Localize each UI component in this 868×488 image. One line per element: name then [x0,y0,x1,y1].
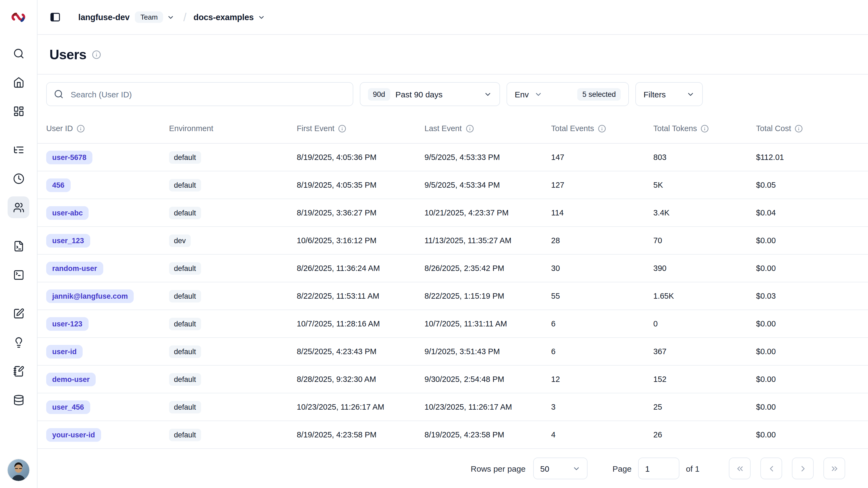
last-event-cell: 11/13/2025, 11:35:27 AM [425,236,551,245]
first-event-cell: 8/19/2025, 3:36:27 PM [297,208,425,217]
previous-page-button[interactable] [761,458,782,479]
table-body: user-5678 default 8/19/2025, 4:05:36 PM … [37,144,868,449]
notebook-pen-icon [13,365,24,377]
user-id-badge[interactable]: user-abc [46,206,89,220]
page-title-info-icon[interactable] [92,50,101,59]
panel-left-icon [50,11,61,23]
chevron-right-icon [798,464,807,473]
user-id-badge[interactable]: user_456 [46,400,90,414]
sidebar-toggle-button[interactable] [50,11,61,23]
chevron-down-icon [686,90,694,98]
last-event-cell: 10/23/2025, 11:26:17 AM [425,403,551,411]
sidebar-item-datasets[interactable] [8,389,29,411]
first-event-cell: 8/26/2025, 11:36:24 AM [297,264,425,272]
environment-badge: default [169,401,201,413]
table-row[interactable]: random-user default 8/26/2025, 11:36:24 … [37,255,868,282]
column-header-total-events: Total Events [551,124,653,133]
last-event-cell: 9/5/2025, 4:53:34 PM [425,181,551,189]
table-row[interactable]: jannik@langfuse.com default 8/22/2025, 1… [37,282,868,310]
column-header-first-event: First Event [297,124,425,133]
search-input[interactable] [69,89,346,99]
table-row[interactable]: user-id default 8/25/2025, 4:23:43 PM 9/… [37,338,868,366]
user-id-badge[interactable]: random-user [46,261,103,275]
next-page-button[interactable] [792,458,814,479]
sidebar-item-judge[interactable] [8,331,29,353]
column-label: First Event [297,124,335,133]
square-pen-icon [13,308,24,319]
breadcrumb-project-name[interactable]: docs-examples [193,12,253,22]
info-icon[interactable] [795,124,803,133]
rows-per-page-select[interactable]: 50 [533,458,588,479]
total-cost-cell: $0.03 [756,292,859,300]
chevron-down-icon[interactable] [167,13,175,21]
file-terminal-icon [13,240,24,252]
table-row[interactable]: user-5678 default 8/19/2025, 4:05:36 PM … [37,144,868,171]
last-event-cell: 8/22/2025, 1:15:19 PM [425,292,551,300]
total-events-cell: 28 [551,236,653,245]
first-page-button[interactable] [729,458,751,479]
page-number-input[interactable] [638,458,679,479]
user-id-badge[interactable]: your-user-id [46,428,101,441]
sidebar-item-search[interactable] [8,42,29,64]
date-range-button[interactable]: 90d Past 90 days [360,82,500,106]
column-label: Total Events [551,124,594,133]
table-row[interactable]: demo-user default 8/28/2025, 9:32:30 AM … [37,366,868,393]
langfuse-logo[interactable] [10,0,27,34]
sidebar-item-annotation[interactable] [8,360,29,382]
search-box [46,82,353,106]
first-event-cell: 8/19/2025, 4:05:35 PM [297,181,425,189]
total-cost-cell: $0.00 [756,403,859,411]
chevron-down-icon [534,90,542,98]
sidebar-nav [8,34,29,418]
date-range-label: Past 90 days [395,89,442,99]
user-id-badge[interactable]: demo-user [46,372,96,386]
chevron-down-icon[interactable] [258,13,265,21]
info-icon[interactable] [701,124,709,133]
environment-badge: dev [169,234,191,247]
env-filter-button[interactable]: Env 5 selected [506,82,629,106]
user-id-badge[interactable]: user_123 [46,234,90,247]
breadcrumb-separator: / [183,10,186,24]
total-cost-cell: $0.00 [756,319,859,328]
last-event-cell: 8/19/2025, 4:23:58 PM [425,430,551,439]
sidebar-item-sessions[interactable] [8,168,29,189]
breadcrumb-org-name[interactable]: langfuse-dev [78,12,130,22]
environment-badge: default [169,262,201,275]
sidebar-item-evaluation[interactable] [8,303,29,324]
first-event-cell: 8/19/2025, 4:05:36 PM [297,153,425,162]
chevrons-left-icon [735,464,744,473]
sidebar-item-prompts[interactable] [8,235,29,257]
sidebar-item-users[interactable] [8,196,29,218]
total-events-cell: 4 [551,430,653,439]
filters-button[interactable]: Filters [636,82,703,106]
total-tokens-cell: 152 [653,375,756,383]
total-events-cell: 55 [551,292,653,300]
user-id-badge[interactable]: user-5678 [46,150,92,164]
table-row[interactable]: user_456 default 10/23/2025, 11:26:17 AM… [37,393,868,421]
user-id-badge[interactable]: user-id [46,345,83,358]
user-id-badge[interactable]: jannik@langfuse.com [46,289,134,303]
user-id-badge[interactable]: 456 [46,178,70,192]
table-header-row: User ID Environment First Event Last Eve… [37,114,868,144]
table-row[interactable]: user-abc default 8/19/2025, 3:36:27 PM 1… [37,199,868,227]
sidebar-item-dashboards[interactable] [8,100,29,122]
info-icon[interactable] [338,124,346,133]
last-page-button[interactable] [824,458,845,479]
info-icon[interactable] [76,124,85,133]
first-event-cell: 10/23/2025, 11:26:17 AM [297,403,425,411]
table-row[interactable]: user-123 default 10/7/2025, 11:28:16 AM … [37,310,868,338]
sidebar-item-home[interactable] [8,71,29,93]
sidebar-item-playground[interactable] [8,264,29,286]
info-icon[interactable] [598,124,606,133]
user-avatar[interactable] [8,459,29,481]
total-events-cell: 3 [551,403,653,411]
info-icon[interactable] [466,124,474,133]
table-row[interactable]: your-user-id default 8/19/2025, 4:23:58 … [37,421,868,449]
table-row[interactable]: user_123 dev 10/6/2025, 3:16:12 PM 11/13… [37,227,868,255]
environment-badge: default [169,345,201,358]
sidebar-item-tracing[interactable] [8,139,29,161]
user-id-badge[interactable]: user-123 [46,317,88,331]
table-row[interactable]: 456 default 8/19/2025, 4:05:35 PM 9/5/20… [37,171,868,199]
top-bar: langfuse-dev Team / docs-examples [37,0,868,35]
environment-badge: default [169,151,201,164]
